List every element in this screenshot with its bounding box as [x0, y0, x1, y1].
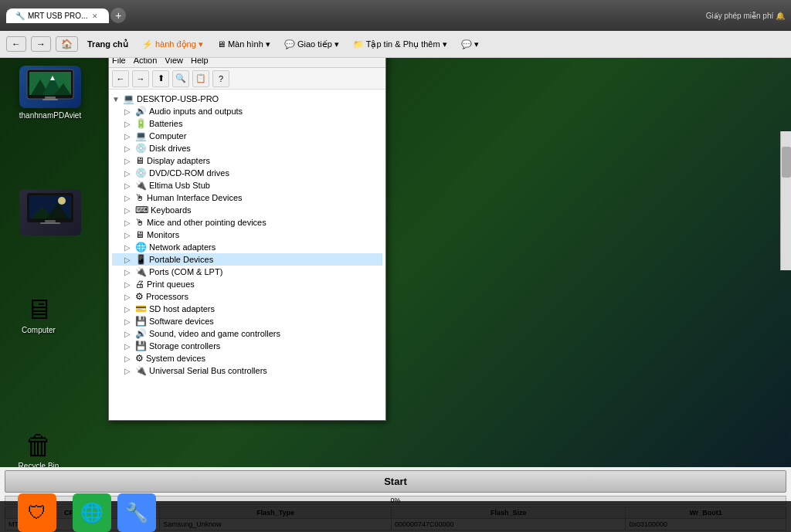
tree-item[interactable]: ▷🔌Universal Serial Bus controllers [112, 364, 382, 377]
tree-item[interactable]: ▷🌐Network adapters [112, 241, 382, 253]
tree-item-label: DVD/CD-ROM drives [149, 168, 229, 178]
home-button[interactable]: 🏠 [56, 36, 78, 52]
tree-item[interactable]: ▷⚙System devices [112, 352, 382, 364]
tree-item-icon: 💻 [135, 130, 147, 141]
tree-item[interactable]: ▷⚙Processors [112, 290, 382, 303]
tree-item[interactable]: ▷🖨Print queues [112, 278, 382, 290]
svg-rect-7 [42, 99, 58, 100]
tree-item[interactable]: ▷💿DVD/CD-ROM drives [112, 167, 382, 179]
nav-chat[interactable]: 💬 ▾ [457, 39, 484, 49]
tree-item[interactable]: ▷💿Disk drives [112, 142, 382, 154]
svg-rect-6 [45, 97, 56, 99]
toolbar-up[interactable]: ⬆ [152, 70, 169, 87]
scrollbar-thumb[interactable] [782, 147, 791, 178]
tree-item[interactable]: ▷📱Portable Devices [112, 253, 382, 266]
nav-comms[interactable]: 💬 Giao tiếp ▾ [280, 39, 344, 49]
tree-item[interactable]: ▷🔊Audio inputs and outputs [112, 105, 382, 117]
new-tab-button[interactable]: + [110, 8, 126, 23]
tree-item-icon: 📱 [135, 254, 147, 265]
tree-item[interactable]: ▷🔊Sound, video and game controllers [112, 327, 382, 340]
taskbar-app-icon[interactable]: 🔧 mrt_2.16_la... [116, 493, 158, 532]
expand-arrow: ▷ [124, 120, 135, 128]
browser-tab-active[interactable]: 🔧 MRT USB PRO... ✕ [6, 8, 109, 23]
tree-item-label: SD host adapters [149, 304, 215, 313]
taskbar-app-icon[interactable]: 🌐 Cốc Cốc [73, 493, 111, 532]
toolbar-forward[interactable]: → [132, 70, 149, 87]
tree-item-icon: 💾 [135, 341, 147, 351]
trash-icon: 🗑 [25, 429, 53, 462]
toolbar-back[interactable]: ← [112, 70, 129, 87]
nav-files[interactable]: 📁 Tập tin & Phụ thêm ▾ [348, 39, 452, 49]
tree-item-label: Network adapters [149, 242, 216, 252]
start-button[interactable]: Start [5, 470, 786, 493]
tree-item[interactable]: ▷🖥Monitors [112, 229, 382, 241]
tab-close-btn[interactable]: ✕ [90, 12, 100, 20]
browser-top-bar: 🔧 MRT USB PRO... ✕ + Giấy phép miễn phí … [0, 0, 791, 31]
toolbar-help[interactable]: ? [212, 70, 229, 87]
expand-arrow: ▷ [124, 305, 135, 313]
tree-item[interactable]: ▷🔋Batteries [112, 117, 382, 130]
tree-item-label: Batteries [149, 119, 182, 128]
expand-icon: ▼ [112, 95, 123, 103]
tree-item-label: Portable Devices [149, 255, 213, 264]
computer-icon: 🖥 [25, 293, 53, 326]
tree-item-icon: 💳 [135, 303, 147, 314]
browser-toolbar: ← → 🏠 Trang chủ ⚡ hành động ▾ 🖥 Màn hình… [0, 31, 791, 58]
nav-action[interactable]: ⚡ hành động ▾ [137, 39, 208, 49]
expand-arrow: ▷ [124, 144, 135, 153]
nav-home[interactable]: Trang chủ [83, 39, 133, 49]
mac-device-icon[interactable] [19, 189, 81, 236]
expand-arrow: ▷ [124, 293, 135, 301]
tree-item[interactable]: ▷💳SD host adapters [112, 303, 382, 315]
tree-item[interactable]: ▷⌨Keyboards [112, 204, 382, 216]
forward-button[interactable]: → [31, 36, 51, 52]
tree-item[interactable]: ▷💾Software devices [112, 315, 382, 327]
tree-item[interactable]: ▷💾Storage controllers [112, 340, 382, 352]
tree-item[interactable]: ▷🖱Human Interface Devices [112, 191, 382, 204]
toolbar-search[interactable]: 🔍 [172, 70, 189, 87]
tree-item-label: Eltima Usb Stub [149, 181, 210, 190]
nav-display[interactable]: 🖥 Màn hình ▾ [212, 39, 275, 49]
expand-arrow: ▷ [124, 367, 135, 375]
tree-items: ▷🔊Audio inputs and outputs▷🔋Batteries▷💻C… [112, 105, 382, 377]
tree-item-label: System devices [146, 354, 205, 363]
expand-arrow: ▷ [124, 206, 135, 215]
device-manager-window: 🖥 Device Manager ─ □ ✕ File Action View … [108, 35, 386, 421]
taskbar-app-icon[interactable]: 🛡 Avast Free Antivirus [6, 493, 68, 532]
tree-item-icon: 🖱 [135, 217, 144, 228]
tree-item-icon: 🔌 [135, 266, 147, 277]
tree-item[interactable]: ▷💻Computer [112, 130, 382, 142]
right-scrollbar[interactable] [780, 131, 791, 270]
tree-item-icon: 🔊 [135, 328, 147, 339]
tree-item-icon: 🔋 [135, 118, 147, 129]
tree-item-icon: 🖱 [135, 192, 144, 203]
tree-item-icon: ⚙ [135, 353, 144, 364]
computer-desktop-icon[interactable]: 🖥 Computer [8, 293, 70, 334]
tab-icon: 🔧 [15, 12, 25, 20]
expand-arrow: ▷ [124, 231, 135, 239]
expand-arrow: ▷ [124, 169, 135, 178]
tree-item-icon: ⚙ [135, 291, 144, 302]
svg-rect-14 [40, 222, 60, 224]
computer-label: Computer [22, 326, 56, 334]
tree-item-icon: ⌨ [135, 205, 148, 215]
tree-item-label: Sound, video and game controllers [149, 329, 280, 338]
tree-item-label: Computer [149, 131, 186, 141]
tree-item-icon: 💿 [135, 168, 147, 178]
tree-item[interactable]: ▷🔌Eltima Usb Stub [112, 179, 382, 191]
tree-item-icon: 🔌 [135, 180, 147, 191]
tree-item[interactable]: ▷🖥Display adapters [112, 154, 382, 167]
mac-label: thanhnamPDAviet [19, 111, 81, 120]
toolbar-properties[interactable]: 📋 [192, 70, 209, 87]
tab-label: MRT USB PRO... [28, 12, 87, 20]
recycle-bin-icon[interactable]: 🗑 Recycle Bin [8, 429, 70, 470]
device-tree: ▼ 💻 DESKTOP-USB-PRO ▷🔊Audio inputs and o… [109, 90, 385, 420]
tree-item[interactable]: ▷🖱Mice and other pointing devices [112, 216, 382, 229]
back-button[interactable]: ← [6, 36, 26, 52]
tree-item-label: Processors [146, 292, 188, 301]
mac-sidebar: thanhnamPDAviet [0, 58, 100, 490]
tree-root[interactable]: ▼ 💻 DESKTOP-USB-PRO [112, 93, 382, 105]
mac-desktop-icon[interactable]: thanhnamPDAviet [19, 66, 81, 120]
root-label: DESKTOP-USB-PRO [137, 94, 219, 103]
tree-item[interactable]: ▷🔌Ports (COM & LPT) [112, 266, 382, 278]
